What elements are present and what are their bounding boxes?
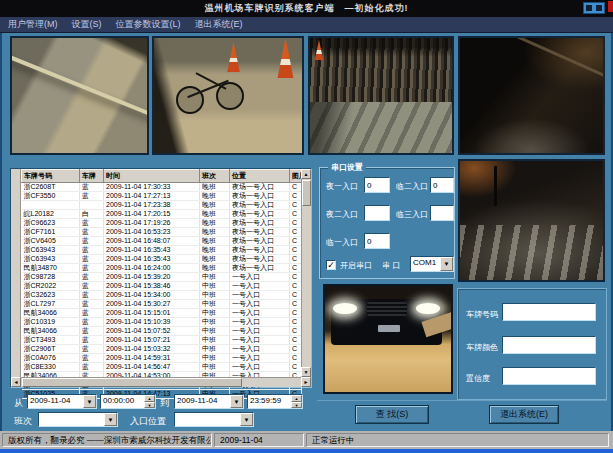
table-cell: 夜场一号入口 [230,237,290,246]
table-cell: 中班 [200,291,230,300]
table-row[interactable]: 浙C2906T蓝2009-11-04 15:03:32中班一号入口C [22,345,302,354]
table-cell: 白 [80,210,104,219]
table-row[interactable]: 浙CV6405蓝2009-11-04 16:48:07晚班夜场一号入口C [22,237,302,246]
minimize-button[interactable] [586,5,592,11]
menu-exit-system[interactable]: 退出系统(E) [195,18,243,31]
table-cell: 2009-11-04 15:07:52 [104,327,200,336]
table-row[interactable]: 浙C63943蓝2009-11-04 16:35:43晚班夜场一号入口C [22,246,302,255]
close-button[interactable] [596,5,602,11]
table-cell: C [290,237,302,246]
chevron-down-icon[interactable]: ▼ [104,413,117,426]
table-row[interactable]: 皖L20182白2009-11-04 17:20:15晚班夜场一号入口C [22,210,302,219]
table-row[interactable]: 浙CF7161蓝2009-11-04 16:53:23晚班夜场一号入口C [22,228,302,237]
car-grille-shape [367,302,407,316]
table-row[interactable]: 浙C2608T蓝2009-11-04 17:30:33晚班夜场一号入口C [22,183,302,192]
result-plate-color-input[interactable] [502,336,596,354]
menu-user-management[interactable]: 用户管理(M) [8,18,58,31]
table-cell: 晚班 [200,210,230,219]
chevron-down-icon[interactable]: ▼ [230,395,243,408]
table-cell: 浙CT3493 [22,336,80,345]
chevron-down-icon[interactable]: ▼ [440,257,453,271]
table-row[interactable]: 浙CT3493蓝2009-11-04 15:07:21中班一号入口C [22,336,302,345]
table-cell: 中班 [200,354,230,363]
col-plate-color: 车牌 [80,170,104,183]
table-row[interactable]: 民航34870蓝2009-11-04 16:24:00晚班夜场一号入口C [22,264,302,273]
table-cell: 浙C63943 [22,246,80,255]
table-row[interactable]: 浙C63943蓝2009-11-04 16:35:43晚班夜场一号入口C [22,255,302,264]
table-cell: C [290,300,302,309]
to-time-spinner[interactable]: 23:59:59 ▲ ▼ [247,394,303,409]
result-confidence-input[interactable] [502,367,596,385]
table-cell: 一号入口 [230,318,290,327]
spinner-buttons[interactable]: ▲ ▼ [291,395,302,408]
com-port-select[interactable]: COM1 ▼ [410,256,454,272]
result-plate-color-label: 车牌颜色 [466,342,498,353]
result-plate-number-input[interactable] [502,303,596,321]
table-row[interactable]: 民航34066蓝2009-11-04 15:15:01中班一号入口C [22,309,302,318]
from-time-spinner[interactable]: 00:00:00 ▲ ▼ [100,394,156,409]
search-button[interactable]: 查 找(S) [355,405,429,424]
scroll-down-icon[interactable]: ▼ [301,367,311,377]
scroll-left-icon[interactable]: ◄ [11,377,21,387]
night1-entrance-input[interactable] [364,177,390,193]
divider [317,400,607,401]
vehicle-snapshot [323,284,453,394]
table-cell: 浙C2608T [22,183,80,192]
table-row[interactable]: 浙CR2022蓝2009-11-04 15:38:46中班一号入口C [22,282,302,291]
table-row[interactable]: 浙C96623蓝2009-11-04 17:19:26晚班夜场一号入口C [22,219,302,228]
to-date-select[interactable]: 2009-11-04 ▼ [174,394,244,409]
menu-settings[interactable]: 设置(S) [72,18,102,31]
table-row[interactable]: 浙CL7297蓝2009-11-04 15:30:27中班一号入口C [22,300,302,309]
open-serial-checkbox[interactable]: ✓ [326,260,336,270]
table-cell: 蓝 [80,255,104,264]
shift-select[interactable]: ▼ [38,412,118,427]
exit-system-button[interactable]: 退出系统(E) [489,405,559,424]
temp3-entrance-input[interactable] [430,205,454,221]
traffic-cone-icon [226,42,241,72]
camera-feed-4 [458,36,605,155]
result-confidence-label: 置信度 [466,373,490,384]
from-time-value: 00:00:00 [103,396,143,405]
entrance-position-select[interactable]: ▼ [174,412,254,427]
col-shift: 班次 [200,170,230,183]
camera-feed-3 [308,36,454,155]
vertical-scroll-thumb[interactable] [302,180,311,206]
table-cell: C [290,309,302,318]
temp1-entrance-input[interactable] [364,233,390,249]
status-copyright: 版权所有，翻录必究 ——深圳市索威尔科技开发有限公司 [2,433,212,447]
scroll-up-icon[interactable]: ▲ [301,169,311,179]
table-row[interactable]: 浙CF3550蓝2009-11-04 17:27:13晚班夜场一号入口C [22,192,302,201]
table-row[interactable]: 浙C10319蓝2009-11-04 15:10:39中班一号入口C [22,318,302,327]
night1-entrance-label: 夜一入口 [326,181,358,192]
table-row[interactable]: 浙C32623蓝2009-11-04 15:34:00中班一号入口C [22,291,302,300]
spin-down-icon[interactable]: ▼ [291,402,302,409]
chevron-down-icon[interactable]: ▼ [83,395,96,408]
table-row[interactable]: 2009-11-04 17:23:38晚班夜场一号入口C [22,201,302,210]
table-cell: 中班 [200,363,230,372]
menu-position-params[interactable]: 位置参数设置(L) [116,18,181,31]
camera-feed-1 [10,36,149,155]
temp2-entrance-input[interactable] [430,177,454,193]
table-cell: 蓝 [80,318,104,327]
chevron-down-icon[interactable]: ▼ [240,413,253,426]
spinner-buttons[interactable]: ▲ ▼ [144,395,155,408]
table-row[interactable]: 浙C0A076蓝2009-11-04 14:59:31中班一号入口C [22,354,302,363]
table-row[interactable]: 浙C8E330蓝2009-11-04 14:56:47中班一号入口C [22,363,302,372]
table-cell: 浙C2906T [22,345,80,354]
table-cell: 民航34066 [22,327,80,336]
scroll-right-icon[interactable]: ► [301,377,311,387]
horizontal-scroll-thumb[interactable] [22,378,242,387]
grid-vertical-scrollbar[interactable]: ▲ ▼ [301,169,311,377]
from-date-select[interactable]: 2009-11-04 ▼ [27,394,97,409]
night2-entrance-input[interactable] [364,205,390,221]
table-cell: 一号入口 [230,282,290,291]
table-cell: 浙C98728 [22,273,80,282]
spin-down-icon[interactable]: ▼ [144,402,155,409]
table-row[interactable]: 民航34066蓝2009-11-04 15:07:52中班一号入口C [22,327,302,336]
grid-horizontal-scrollbar[interactable]: ◄ ► [11,377,311,387]
table-cell: 夜场一号入口 [230,201,290,210]
table-row[interactable]: 浙C98728蓝2009-11-04 15:39:20中班一号入口C [22,273,302,282]
table-cell: 2009-11-04 15:39:20 [104,273,200,282]
crosswalk-stripes-shape [460,225,603,280]
table-cell: C [290,273,302,282]
